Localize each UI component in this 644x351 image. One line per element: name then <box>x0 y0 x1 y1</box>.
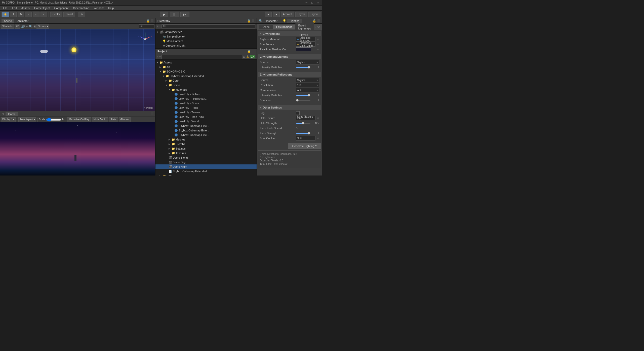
project-item-skybox-mat2[interactable]: Skybox Cubemap Exte... <box>155 128 257 133</box>
shadow-color-picker-btn[interactable]: ⊙ <box>317 48 319 51</box>
hierarchy-item-dirlight[interactable]: 💡 Main Camera <box>155 39 257 43</box>
mute-audio-btn[interactable]: Mute Audio <box>92 117 108 122</box>
animator-tab[interactable]: Animator <box>15 19 31 23</box>
sun-source-field[interactable]: ● Directional Light (Light) <box>296 42 315 47</box>
lighting-scene-tab[interactable]: Scene <box>259 25 273 29</box>
halo-texture-select-btn[interactable]: ⊙ <box>317 117 319 120</box>
env-refl-intensity-thumb[interactable] <box>308 94 310 96</box>
project-item-skybox-ext[interactable]: ▼ 📁 Skybox Cubemap Extended <box>155 74 257 78</box>
hierarchy-lock-icon[interactable]: 🔒 <box>247 19 251 23</box>
fog-checkbox[interactable] <box>296 111 300 115</box>
project-item-terrain[interactable]: LowPoly - Terrain <box>155 110 257 115</box>
env-refl-resolution-dropdown[interactable]: 128 ▾ <box>296 83 319 87</box>
gizmos-toolbar-btn[interactable]: ⊕ <box>78 12 85 17</box>
project-lock-icon[interactable]: 🔒 <box>247 50 251 53</box>
tool-scale[interactable]: ⤢ <box>25 12 32 17</box>
env-refl-bounces-thumb[interactable] <box>296 99 299 101</box>
layout-btn[interactable]: Layout <box>308 12 320 17</box>
project-item-demo[interactable]: ▼ 📁 Demo <box>155 83 257 87</box>
project-add-btn[interactable]: + <box>157 55 158 58</box>
project-item-firtreevari[interactable]: LowPoly - FirTreeVari... <box>155 96 257 101</box>
scale-slider[interactable] <box>46 118 61 121</box>
account-btn[interactable]: Account <box>281 12 294 17</box>
env-lighting-intensity-thumb[interactable] <box>308 66 310 68</box>
tool-rotate[interactable]: ↻ <box>18 12 24 17</box>
hierarchy-menu-icon[interactable]: ☰ <box>252 19 255 23</box>
stats-btn[interactable]: Stats <box>109 117 118 122</box>
menu-cinemachine[interactable]: Cinemachine <box>71 6 91 10</box>
hierarchy-search-input[interactable] <box>162 24 255 28</box>
scene-layers-icon[interactable]: ▣ <box>33 25 36 28</box>
scene-tab[interactable]: Scene <box>2 19 14 23</box>
project-item-firtree[interactable]: LowPoly - FirTree <box>155 92 257 96</box>
scene-search-icon[interactable]: 🔍 <box>29 25 33 28</box>
tool-move[interactable]: ✛ <box>10 12 17 17</box>
project-item-demoblend[interactable]: 🎬 Demo Blend <box>155 155 257 160</box>
maximize-play-btn[interactable]: Maximize On Play <box>67 117 91 122</box>
close-btn[interactable]: ✕ <box>316 1 320 4</box>
flare-strength-thumb[interactable] <box>308 132 310 134</box>
scene-menu-icon[interactable]: ☰ <box>151 19 154 23</box>
maximize-btn[interactable]: □ <box>310 1 314 4</box>
project-item-textures-demo[interactable]: ▶ 📁 Textures <box>155 151 257 155</box>
gizmos-dropdown[interactable]: Gizmos ▾ <box>36 24 49 29</box>
lighting-settings-icon[interactable]: ⚙ <box>317 25 320 29</box>
spot-cookie-select-btn[interactable]: ⊙ <box>317 137 319 140</box>
env-lighting-header[interactable]: Environment Lighting <box>258 54 321 59</box>
project-item-grass[interactable]: LowPoly - Grass <box>155 101 257 106</box>
project-item-user[interactable]: ▶ 📁 User <box>155 173 257 175</box>
project-item-materials[interactable]: ▼ 📁 Materials <box>155 87 257 92</box>
project-menu-icon[interactable]: ☰ <box>252 50 255 53</box>
lighting-help-icon[interactable]: ? <box>314 25 316 29</box>
hierarchy-item-maincamera[interactable]: 📷 SampleScene* <box>155 34 257 39</box>
halo-texture-field[interactable]: None (Texture 2D) <box>296 116 315 120</box>
project-item-assets[interactable]: ▼ 📁 Assets <box>155 60 257 65</box>
generate-lighting-btn[interactable]: Generate Lighting ▾ <box>288 143 321 149</box>
project-item-skybox-mat1[interactable]: Skybox Cubemap Exte... <box>155 124 257 128</box>
scene-effects-icon[interactable]: ✦ <box>26 25 28 28</box>
menu-gameobject[interactable]: GameObject <box>32 6 52 10</box>
project-item-treetrunk[interactable]: LowPoly - TreeTrunk <box>155 115 257 119</box>
gizmos-game-btn[interactable]: Gizmos <box>119 117 131 122</box>
shading-dropdown[interactable]: Shaded ▾ <box>1 24 14 29</box>
env-refl-source-dropdown[interactable]: Skybox ▾ <box>296 78 319 82</box>
inspector-menu-icon[interactable]: ☰ <box>317 19 320 23</box>
project-icon-view-btn[interactable]: ⊞ <box>243 55 245 58</box>
env-lighting-source-dropdown[interactable]: Skybox ▾ <box>296 60 319 64</box>
layers-btn[interactable]: Layers <box>295 12 307 17</box>
game-tab[interactable]: Game <box>6 112 18 116</box>
pivot-btn[interactable]: Center <box>50 12 62 17</box>
minimize-btn[interactable]: ─ <box>305 1 308 4</box>
inspector-tab[interactable]: Inspector <box>264 19 280 23</box>
display-dropdown[interactable]: Display 1 ▾ <box>1 117 16 122</box>
lighting-tab-btn[interactable]: Lighting <box>287 19 302 23</box>
menu-assets[interactable]: Assets <box>19 6 32 10</box>
menu-edit[interactable]: Edit <box>10 6 19 10</box>
aspect-dropdown[interactable]: Free Aspect ▾ <box>18 117 36 122</box>
other-settings-header[interactable]: ▼ Other Settings <box>258 105 321 110</box>
project-item-skybox-mat3[interactable]: Skybox Cubemap Exte... <box>155 133 257 137</box>
sun-source-select-btn[interactable]: ⊙ <box>317 43 319 46</box>
tool-rect[interactable]: ▭ <box>33 12 39 17</box>
global-btn[interactable]: Global <box>63 12 75 17</box>
menu-window[interactable]: Window <box>92 6 106 10</box>
hierarchy-item-plane[interactable]: ▭ Directional Light <box>155 43 257 48</box>
hierarchy-add-btn[interactable]: + <box>157 25 158 28</box>
tool-hand[interactable]: ✋ <box>2 12 9 17</box>
project-item-boxophobic[interactable]: ▼ 📁 BOXOPHOBIC <box>155 69 257 74</box>
inspector-lock-icon[interactable]: 🔒 <box>312 19 316 23</box>
project-item-skybox-asset[interactable]: 📄 Skybox Cubemap Extended <box>155 169 257 173</box>
scene-lock-icon[interactable]: 🔒 <box>146 19 150 23</box>
project-item-rock[interactable]: LowPoly - Rock <box>155 106 257 110</box>
menu-component[interactable]: Component <box>52 6 70 10</box>
menu-file[interactable]: File <box>1 6 10 10</box>
project-item-core[interactable]: ▶ 📁 Core <box>155 78 257 83</box>
project-item-settings[interactable]: ▶ 📁 Settings <box>155 146 257 151</box>
env-refl-compression-dropdown[interactable]: Auto ▾ <box>296 88 319 92</box>
scene-search-input[interactable] <box>139 24 154 28</box>
project-item-art[interactable]: ▶ 📁 Art <box>155 65 257 69</box>
tool-all[interactable]: ✦ <box>41 12 47 17</box>
lighting-environment-tab[interactable]: Environment <box>273 25 295 29</box>
skybox-material-field[interactable]: ● Skybox Cubemap Extended Night <box>296 37 315 42</box>
project-item-demonight[interactable]: 🎬 Demo Night <box>155 164 257 169</box>
